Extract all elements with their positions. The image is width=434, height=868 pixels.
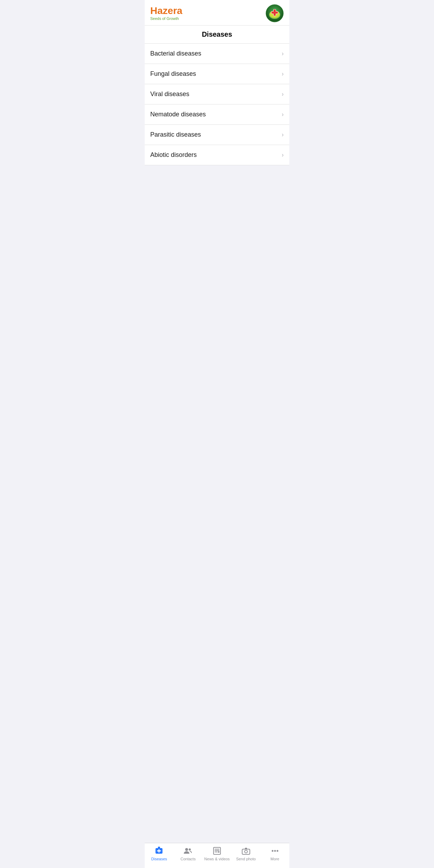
app-icon[interactable] — [266, 4, 284, 22]
list-item-label: Bacterial diseases — [150, 50, 201, 57]
list-item-label: Nematode diseases — [150, 111, 206, 118]
content-area — [145, 165, 289, 843]
tab-contacts[interactable]: Contacts — [174, 846, 203, 861]
chevron-right-icon: › — [282, 70, 284, 78]
diseases-icon — [154, 846, 164, 856]
page-title: Diseases — [150, 30, 284, 38]
tab-news[interactable]: News & videos — [203, 846, 232, 861]
app-header: Hazera Seeds of Growth — [145, 0, 289, 26]
logo-text: Hazera — [150, 6, 182, 16]
list-item[interactable]: Parasitic diseases › — [145, 125, 289, 145]
logo-h-icon: H — [150, 5, 157, 16]
news-icon — [212, 846, 222, 856]
tab-contacts-label: Contacts — [180, 857, 195, 861]
tab-news-label: News & videos — [204, 857, 230, 861]
tab-send-photo[interactable]: Send photo — [231, 846, 260, 861]
svg-rect-15 — [215, 850, 219, 851]
list-item[interactable]: Nematode diseases › — [145, 104, 289, 125]
logo: Hazera Seeds of Growth — [150, 6, 182, 21]
logo-subtitle: Seeds of Growth — [150, 16, 179, 21]
more-icon — [270, 846, 280, 856]
list-item-label: Viral diseases — [150, 91, 189, 98]
list-item[interactable]: Bacterial diseases › — [145, 44, 289, 64]
svg-rect-16 — [215, 852, 218, 852]
list-item[interactable]: Fungal diseases › — [145, 64, 289, 84]
list-item-label: Parasitic diseases — [150, 131, 201, 138]
svg-rect-8 — [158, 847, 160, 848]
tab-more[interactable]: More — [260, 846, 289, 861]
tab-bar: Diseases Contacts News & videos — [145, 843, 289, 868]
contacts-icon — [183, 846, 193, 856]
svg-point-21 — [274, 850, 276, 852]
svg-point-12 — [189, 848, 191, 851]
logo-azera-text: azera — [157, 5, 182, 16]
chevron-right-icon: › — [282, 131, 284, 138]
svg-point-19 — [245, 850, 247, 853]
svg-point-20 — [272, 850, 273, 852]
svg-rect-10 — [157, 851, 161, 852]
list-item[interactable]: Viral diseases › — [145, 84, 289, 104]
svg-rect-6 — [272, 12, 278, 14]
svg-rect-17 — [218, 851, 219, 853]
tab-more-label: More — [270, 857, 279, 861]
diseases-list: Bacterial diseases › Fungal diseases › V… — [145, 44, 289, 165]
svg-point-22 — [276, 850, 278, 852]
svg-rect-14 — [215, 849, 219, 849]
list-item-label: Fungal diseases — [150, 70, 196, 78]
tab-diseases-label: Diseases — [151, 857, 167, 861]
page-title-container: Diseases — [145, 26, 289, 44]
chevron-right-icon: › — [282, 111, 284, 118]
list-item[interactable]: Abiotic disorders › — [145, 145, 289, 165]
tab-send-photo-label: Send photo — [236, 857, 256, 861]
tab-diseases[interactable]: Diseases — [145, 846, 174, 861]
camera-icon — [241, 846, 251, 856]
svg-point-11 — [185, 848, 188, 851]
list-item-label: Abiotic disorders — [150, 151, 197, 159]
chevron-right-icon: › — [282, 50, 284, 57]
chevron-right-icon: › — [282, 151, 284, 159]
chevron-right-icon: › — [282, 91, 284, 98]
